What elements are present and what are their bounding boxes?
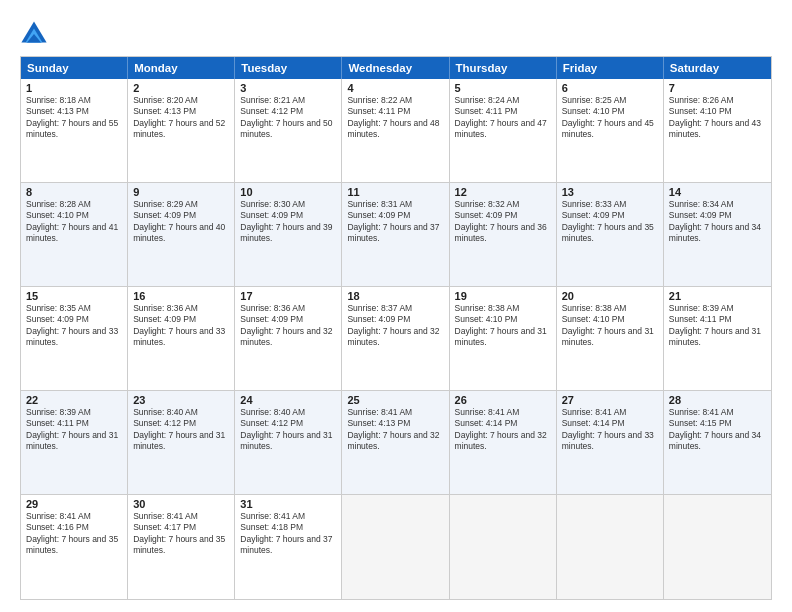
cell-info: Sunrise: 8:41 AM Sunset: 4:17 PM Dayligh… [133,511,229,557]
day-number: 6 [562,82,658,94]
calendar-cell-23: 23Sunrise: 8:40 AM Sunset: 4:12 PM Dayli… [128,391,235,494]
day-number: 28 [669,394,766,406]
cell-info: Sunrise: 8:26 AM Sunset: 4:10 PM Dayligh… [669,95,766,141]
calendar-cell-18: 18Sunrise: 8:37 AM Sunset: 4:09 PM Dayli… [342,287,449,390]
day-number: 16 [133,290,229,302]
calendar-cell-14: 14Sunrise: 8:34 AM Sunset: 4:09 PM Dayli… [664,183,771,286]
day-number: 3 [240,82,336,94]
cell-info: Sunrise: 8:41 AM Sunset: 4:14 PM Dayligh… [455,407,551,453]
header [20,16,772,48]
cell-info: Sunrise: 8:32 AM Sunset: 4:09 PM Dayligh… [455,199,551,245]
logo [20,20,52,48]
cell-info: Sunrise: 8:41 AM Sunset: 4:14 PM Dayligh… [562,407,658,453]
day-number: 25 [347,394,443,406]
day-number: 27 [562,394,658,406]
day-number: 5 [455,82,551,94]
cell-info: Sunrise: 8:28 AM Sunset: 4:10 PM Dayligh… [26,199,122,245]
day-number: 19 [455,290,551,302]
cell-info: Sunrise: 8:35 AM Sunset: 4:09 PM Dayligh… [26,303,122,349]
cal-header-cell-wednesday: Wednesday [342,57,449,79]
cell-info: Sunrise: 8:39 AM Sunset: 4:11 PM Dayligh… [26,407,122,453]
calendar-week-3: 22Sunrise: 8:39 AM Sunset: 4:11 PM Dayli… [21,391,771,495]
calendar-cell-12: 12Sunrise: 8:32 AM Sunset: 4:09 PM Dayli… [450,183,557,286]
calendar-week-2: 15Sunrise: 8:35 AM Sunset: 4:09 PM Dayli… [21,287,771,391]
calendar-cell-16: 16Sunrise: 8:36 AM Sunset: 4:09 PM Dayli… [128,287,235,390]
calendar-cell-empty-4-6 [664,495,771,599]
calendar-cell-28: 28Sunrise: 8:41 AM Sunset: 4:15 PM Dayli… [664,391,771,494]
day-number: 29 [26,498,122,510]
calendar-cell-empty-4-5 [557,495,664,599]
cell-info: Sunrise: 8:38 AM Sunset: 4:10 PM Dayligh… [455,303,551,349]
cell-info: Sunrise: 8:22 AM Sunset: 4:11 PM Dayligh… [347,95,443,141]
day-number: 2 [133,82,229,94]
cell-info: Sunrise: 8:41 AM Sunset: 4:16 PM Dayligh… [26,511,122,557]
calendar-week-1: 8Sunrise: 8:28 AM Sunset: 4:10 PM Daylig… [21,183,771,287]
calendar-cell-11: 11Sunrise: 8:31 AM Sunset: 4:09 PM Dayli… [342,183,449,286]
cell-info: Sunrise: 8:20 AM Sunset: 4:13 PM Dayligh… [133,95,229,141]
cell-info: Sunrise: 8:40 AM Sunset: 4:12 PM Dayligh… [133,407,229,453]
cell-info: Sunrise: 8:33 AM Sunset: 4:09 PM Dayligh… [562,199,658,245]
day-number: 23 [133,394,229,406]
calendar-cell-17: 17Sunrise: 8:36 AM Sunset: 4:09 PM Dayli… [235,287,342,390]
day-number: 1 [26,82,122,94]
day-number: 12 [455,186,551,198]
cell-info: Sunrise: 8:21 AM Sunset: 4:12 PM Dayligh… [240,95,336,141]
calendar-cell-3: 3Sunrise: 8:21 AM Sunset: 4:12 PM Daylig… [235,79,342,182]
calendar-cell-24: 24Sunrise: 8:40 AM Sunset: 4:12 PM Dayli… [235,391,342,494]
page: SundayMondayTuesdayWednesdayThursdayFrid… [0,0,792,612]
cell-info: Sunrise: 8:41 AM Sunset: 4:18 PM Dayligh… [240,511,336,557]
day-number: 10 [240,186,336,198]
calendar-cell-empty-4-3 [342,495,449,599]
cell-info: Sunrise: 8:30 AM Sunset: 4:09 PM Dayligh… [240,199,336,245]
calendar-cell-empty-4-4 [450,495,557,599]
calendar-cell-15: 15Sunrise: 8:35 AM Sunset: 4:09 PM Dayli… [21,287,128,390]
cal-header-cell-monday: Monday [128,57,235,79]
logo-icon [20,20,48,48]
day-number: 21 [669,290,766,302]
calendar-cell-13: 13Sunrise: 8:33 AM Sunset: 4:09 PM Dayli… [557,183,664,286]
calendar-cell-2: 2Sunrise: 8:20 AM Sunset: 4:13 PM Daylig… [128,79,235,182]
day-number: 18 [347,290,443,302]
calendar-cell-30: 30Sunrise: 8:41 AM Sunset: 4:17 PM Dayli… [128,495,235,599]
cell-info: Sunrise: 8:29 AM Sunset: 4:09 PM Dayligh… [133,199,229,245]
cell-info: Sunrise: 8:31 AM Sunset: 4:09 PM Dayligh… [347,199,443,245]
cal-header-cell-thursday: Thursday [450,57,557,79]
day-number: 4 [347,82,443,94]
cell-info: Sunrise: 8:36 AM Sunset: 4:09 PM Dayligh… [133,303,229,349]
calendar-cell-9: 9Sunrise: 8:29 AM Sunset: 4:09 PM Daylig… [128,183,235,286]
cell-info: Sunrise: 8:18 AM Sunset: 4:13 PM Dayligh… [26,95,122,141]
calendar-cell-10: 10Sunrise: 8:30 AM Sunset: 4:09 PM Dayli… [235,183,342,286]
calendar-cell-8: 8Sunrise: 8:28 AM Sunset: 4:10 PM Daylig… [21,183,128,286]
cal-header-cell-tuesday: Tuesday [235,57,342,79]
day-number: 7 [669,82,766,94]
calendar: SundayMondayTuesdayWednesdayThursdayFrid… [20,56,772,600]
cell-info: Sunrise: 8:24 AM Sunset: 4:11 PM Dayligh… [455,95,551,141]
day-number: 9 [133,186,229,198]
cell-info: Sunrise: 8:40 AM Sunset: 4:12 PM Dayligh… [240,407,336,453]
calendar-cell-6: 6Sunrise: 8:25 AM Sunset: 4:10 PM Daylig… [557,79,664,182]
cal-header-cell-friday: Friday [557,57,664,79]
calendar-cell-5: 5Sunrise: 8:24 AM Sunset: 4:11 PM Daylig… [450,79,557,182]
day-number: 14 [669,186,766,198]
day-number: 26 [455,394,551,406]
calendar-cell-29: 29Sunrise: 8:41 AM Sunset: 4:16 PM Dayli… [21,495,128,599]
calendar-week-0: 1Sunrise: 8:18 AM Sunset: 4:13 PM Daylig… [21,79,771,183]
day-number: 15 [26,290,122,302]
calendar-cell-19: 19Sunrise: 8:38 AM Sunset: 4:10 PM Dayli… [450,287,557,390]
cell-info: Sunrise: 8:38 AM Sunset: 4:10 PM Dayligh… [562,303,658,349]
calendar-cell-7: 7Sunrise: 8:26 AM Sunset: 4:10 PM Daylig… [664,79,771,182]
day-number: 11 [347,186,443,198]
day-number: 31 [240,498,336,510]
calendar-week-4: 29Sunrise: 8:41 AM Sunset: 4:16 PM Dayli… [21,495,771,599]
cal-header-cell-saturday: Saturday [664,57,771,79]
cell-info: Sunrise: 8:37 AM Sunset: 4:09 PM Dayligh… [347,303,443,349]
day-number: 8 [26,186,122,198]
calendar-header: SundayMondayTuesdayWednesdayThursdayFrid… [21,57,771,79]
day-number: 22 [26,394,122,406]
cell-info: Sunrise: 8:41 AM Sunset: 4:15 PM Dayligh… [669,407,766,453]
calendar-body: 1Sunrise: 8:18 AM Sunset: 4:13 PM Daylig… [21,79,771,599]
calendar-cell-1: 1Sunrise: 8:18 AM Sunset: 4:13 PM Daylig… [21,79,128,182]
cell-info: Sunrise: 8:34 AM Sunset: 4:09 PM Dayligh… [669,199,766,245]
calendar-cell-20: 20Sunrise: 8:38 AM Sunset: 4:10 PM Dayli… [557,287,664,390]
cell-info: Sunrise: 8:41 AM Sunset: 4:13 PM Dayligh… [347,407,443,453]
